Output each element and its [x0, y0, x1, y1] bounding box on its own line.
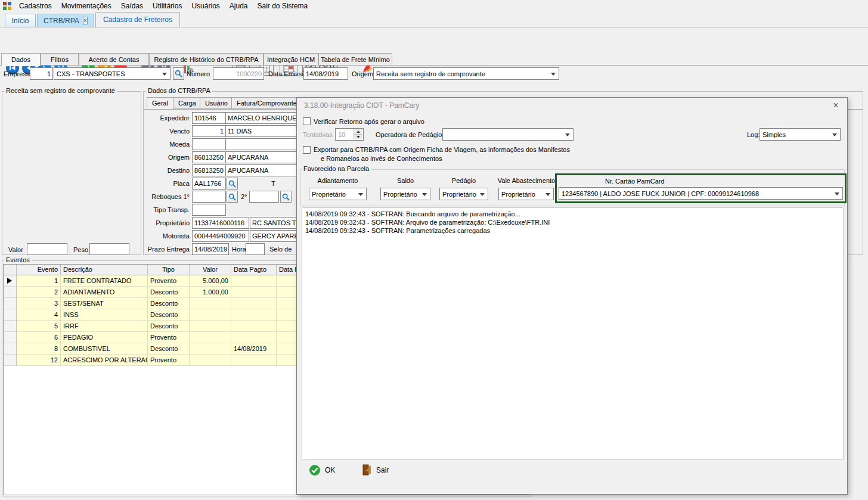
- menu-cadastros[interactable]: Cadastros: [14, 0, 57, 12]
- destino-code-field[interactable]: 86813250: [192, 164, 226, 176]
- cell-descricao[interactable]: PEDAGIO: [61, 332, 148, 343]
- empresa-code-field[interactable]: 1: [30, 67, 53, 80]
- empresa-search-button[interactable]: [173, 67, 184, 80]
- cell-evento[interactable]: 8: [17, 343, 61, 355]
- cell-tipo[interactable]: Desconto: [148, 287, 190, 298]
- grid-header-data-pagto[interactable]: Data Pagto: [231, 265, 277, 275]
- tab-integracao-hcm[interactable]: Integração HCM: [264, 53, 318, 66]
- moeda-code-field[interactable]: [192, 138, 226, 150]
- cell-tipo[interactable]: Desconto: [148, 298, 190, 309]
- tipo-transp-field[interactable]: [192, 204, 226, 216]
- cell-descricao[interactable]: ADIANTAMENTO: [61, 287, 148, 298]
- menu-utilitarios[interactable]: Utilitários: [148, 0, 187, 12]
- spin-up-icon[interactable]: [354, 129, 362, 134]
- tab-ctrb-rpa[interactable]: CTRB/RPA ×: [37, 14, 94, 27]
- cell-valor[interactable]: 1.000,00: [190, 287, 231, 298]
- origem-combo[interactable]: Receita sem registro de comprovante: [373, 67, 559, 80]
- hora-field[interactable]: [246, 243, 265, 255]
- vencto-code-field[interactable]: 1: [192, 125, 226, 137]
- cell-evento[interactable]: 5: [17, 321, 61, 332]
- cell-data-pagto[interactable]: 14/08/2019: [231, 343, 277, 355]
- tab-acerto-de-contas[interactable]: Acerto de Contas: [79, 53, 149, 66]
- cell-data-pagto[interactable]: [231, 309, 277, 321]
- valor-field[interactable]: [27, 243, 67, 255]
- tab-filtros[interactable]: Filtros: [41, 53, 79, 66]
- exportar-label-line2[interactable]: e Romaneios ao invés de Conhecimentos: [321, 154, 442, 163]
- cell-tipo[interactable]: Desconto: [148, 321, 190, 332]
- cell-valor[interactable]: [190, 321, 231, 332]
- sair-button[interactable]: Sair: [362, 464, 389, 476]
- tab-inicio[interactable]: Início: [5, 14, 36, 27]
- grid-header-evento[interactable]: Evento: [17, 265, 61, 275]
- menu-ajuda[interactable]: Ajuda: [225, 0, 253, 12]
- reboque1-field[interactable]: [192, 191, 226, 203]
- reboque1-search-button[interactable]: [227, 191, 238, 203]
- cell-descricao[interactable]: FRETE CONTRATADO: [61, 275, 148, 287]
- menu-saidas[interactable]: Saídas: [116, 0, 148, 12]
- ok-button[interactable]: OK: [309, 464, 335, 476]
- cell-tipo[interactable]: Provento: [148, 332, 190, 343]
- reboque2-field[interactable]: [249, 191, 279, 203]
- log-combo[interactable]: Simples: [760, 128, 841, 141]
- cell-evento[interactable]: 6: [17, 332, 61, 343]
- grid-header-descricao[interactable]: Descrição: [61, 265, 148, 275]
- cell-valor[interactable]: [190, 343, 231, 355]
- cell-evento[interactable]: 12: [17, 355, 61, 366]
- cell-descricao[interactable]: COMBUSTIVEL: [61, 343, 148, 355]
- verificar-retorno-checkbox[interactable]: [303, 117, 311, 125]
- cell-data-pagto[interactable]: [231, 321, 277, 332]
- menu-movimentacoes[interactable]: Movimentações: [57, 0, 116, 12]
- pedagio-combo[interactable]: Proprietário: [439, 188, 488, 200]
- expedidor-code-field[interactable]: 101546: [192, 112, 226, 124]
- tab-usuario[interactable]: Usuário: [200, 97, 233, 109]
- cell-tipo[interactable]: Desconto: [148, 343, 190, 355]
- cell-descricao[interactable]: INSS: [61, 309, 148, 321]
- exportar-checkbox[interactable]: [303, 146, 311, 154]
- cell-evento[interactable]: 4: [17, 309, 61, 321]
- close-icon[interactable]: ×: [830, 100, 841, 111]
- cell-evento[interactable]: 3: [17, 298, 61, 309]
- cell-descricao[interactable]: IRRF: [61, 321, 148, 332]
- saldo-combo[interactable]: Proprietário: [380, 188, 430, 200]
- grid-header-tipo[interactable]: Tipo: [148, 265, 190, 275]
- placa-field[interactable]: AAL1766: [192, 178, 226, 190]
- tab-geral[interactable]: Geral: [147, 97, 173, 109]
- cell-valor[interactable]: [190, 309, 231, 321]
- numero-field[interactable]: 1000220: [213, 67, 264, 80]
- tab-registro-historico[interactable]: Registro de Histórico do CTRB/RPA: [149, 53, 264, 66]
- peso-field[interactable]: [89, 243, 129, 255]
- empresa-combo[interactable]: CXS - TRANSPORTES: [54, 67, 170, 80]
- cell-valor[interactable]: [190, 298, 231, 309]
- cell-descricao[interactable]: ACRESCIMO POR ALTERACAC: [61, 355, 148, 366]
- cell-data-pagto[interactable]: [231, 298, 277, 309]
- ctrb-origem-code-field[interactable]: 86813250: [192, 151, 226, 163]
- prazo-entrega-field[interactable]: 14/08/2019: [192, 243, 229, 255]
- menu-usuarios[interactable]: Usuários: [187, 0, 224, 12]
- cell-valor[interactable]: 5.000,00: [190, 275, 231, 287]
- tab-fatura-comprovante[interactable]: Fatura/Comprovante: [231, 97, 302, 109]
- cell-data-pagto[interactable]: [231, 355, 277, 366]
- vale-abastecimento-combo[interactable]: Proprietário: [498, 188, 554, 200]
- verificar-retorno-label[interactable]: Verificar Retorno após gerar o arquivo: [314, 117, 424, 126]
- cell-valor[interactable]: [190, 355, 231, 366]
- cell-evento[interactable]: 1: [17, 275, 61, 287]
- operadora-combo[interactable]: [442, 128, 574, 141]
- tab-carga[interactable]: Carga: [173, 97, 202, 109]
- cell-tipo[interactable]: Desconto: [148, 309, 190, 321]
- cell-valor[interactable]: [190, 332, 231, 343]
- spin-down-icon[interactable]: [354, 134, 362, 139]
- cell-tipo[interactable]: Provento: [148, 355, 190, 366]
- proprietario-code-field[interactable]: 11337416000116: [192, 217, 249, 229]
- cell-tipo[interactable]: Provento: [148, 275, 190, 287]
- cell-data-pagto[interactable]: [231, 287, 277, 298]
- reboque2-search-button[interactable]: [280, 191, 292, 203]
- cell-descricao[interactable]: SEST/SENAT: [61, 298, 148, 309]
- pamcard-combo[interactable]: 1234567890 | ALDO JOSE FUCK JUNIOR | CPF…: [559, 187, 843, 200]
- grid-header-valor[interactable]: Valor: [190, 265, 231, 275]
- adiantamento-combo[interactable]: Proprietário: [309, 188, 367, 200]
- exportar-label-line1[interactable]: Exportar para CTRB/RPA com Origem Ficha …: [314, 145, 570, 154]
- tab-cadastro-freteiros[interactable]: Cadastro de Freteiros: [95, 12, 180, 27]
- data-emissao-field[interactable]: 14/08/2019: [303, 67, 348, 80]
- cell-data-pagto[interactable]: [231, 275, 277, 287]
- log-memo[interactable]: 14/08/2019 09:32:43 - SOFTRAN: Buscando …: [302, 207, 844, 459]
